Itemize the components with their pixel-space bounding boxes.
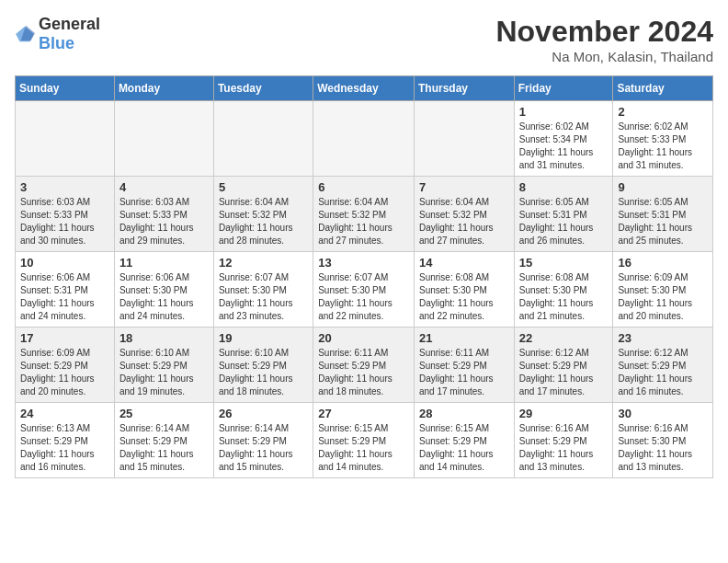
month-title: November 2024	[495, 15, 713, 49]
day-info: Sunrise: 6:08 AM Sunset: 5:30 PM Dayligh…	[519, 271, 609, 323]
logo-general: General	[39, 15, 100, 33]
day-number: 5	[219, 180, 308, 194]
day-info: Sunrise: 6:15 AM Sunset: 5:29 PM Dayligh…	[318, 422, 409, 474]
logo: General Blue	[15, 15, 100, 53]
calendar-cell: 16Sunrise: 6:09 AM Sunset: 5:30 PM Dayli…	[613, 252, 713, 327]
calendar-header-row: SundayMondayTuesdayWednesdayThursdayFrid…	[16, 76, 713, 101]
calendar-cell: 7Sunrise: 6:04 AM Sunset: 5:32 PM Daylig…	[414, 177, 514, 252]
day-info: Sunrise: 6:06 AM Sunset: 5:30 PM Dayligh…	[119, 271, 209, 323]
day-info: Sunrise: 6:15 AM Sunset: 5:29 PM Dayligh…	[419, 422, 509, 474]
day-number: 9	[618, 180, 708, 194]
day-info: Sunrise: 6:14 AM Sunset: 5:29 PM Dayligh…	[119, 422, 209, 474]
day-info: Sunrise: 6:04 AM Sunset: 5:32 PM Dayligh…	[219, 196, 308, 247]
calendar-cell: 9Sunrise: 6:05 AM Sunset: 5:31 PM Daylig…	[613, 177, 713, 252]
day-number: 12	[219, 256, 308, 270]
day-number: 24	[20, 407, 109, 420]
calendar-cell	[114, 101, 213, 177]
calendar-cell: 8Sunrise: 6:05 AM Sunset: 5:31 PM Daylig…	[514, 177, 613, 252]
day-number: 21	[419, 331, 509, 345]
day-number: 17	[20, 331, 109, 345]
day-number: 28	[419, 407, 509, 420]
day-info: Sunrise: 6:16 AM Sunset: 5:30 PM Dayligh…	[618, 422, 708, 474]
day-info: Sunrise: 6:02 AM Sunset: 5:34 PM Dayligh…	[519, 121, 609, 172]
day-info: Sunrise: 6:13 AM Sunset: 5:29 PM Dayligh…	[20, 422, 109, 474]
day-info: Sunrise: 6:05 AM Sunset: 5:31 PM Dayligh…	[519, 196, 609, 247]
day-info: Sunrise: 6:16 AM Sunset: 5:29 PM Dayligh…	[519, 422, 609, 474]
logo-icon	[15, 24, 35, 44]
calendar-cell: 24Sunrise: 6:13 AM Sunset: 5:29 PM Dayli…	[16, 403, 115, 478]
day-number: 7	[419, 180, 509, 194]
calendar-cell: 26Sunrise: 6:14 AM Sunset: 5:29 PM Dayli…	[213, 403, 313, 478]
day-info: Sunrise: 6:10 AM Sunset: 5:29 PM Dayligh…	[119, 347, 209, 398]
calendar-cell: 18Sunrise: 6:10 AM Sunset: 5:29 PM Dayli…	[114, 327, 213, 403]
calendar-week-row: 24Sunrise: 6:13 AM Sunset: 5:29 PM Dayli…	[16, 403, 713, 478]
calendar-cell	[16, 101, 115, 177]
title-block: November 2024 Na Mon, Kalasin, Thailand	[495, 15, 713, 64]
day-number: 11	[119, 256, 209, 270]
day-info: Sunrise: 6:14 AM Sunset: 5:29 PM Dayligh…	[219, 422, 308, 474]
calendar-cell: 20Sunrise: 6:11 AM Sunset: 5:29 PM Dayli…	[313, 327, 415, 403]
day-number: 27	[318, 407, 409, 420]
calendar-cell: 25Sunrise: 6:14 AM Sunset: 5:29 PM Dayli…	[114, 403, 213, 478]
day-number: 3	[20, 180, 109, 194]
day-info: Sunrise: 6:09 AM Sunset: 5:30 PM Dayligh…	[618, 271, 708, 323]
day-number: 30	[618, 407, 708, 420]
calendar-week-row: 3Sunrise: 6:03 AM Sunset: 5:33 PM Daylig…	[16, 177, 713, 252]
day-info: Sunrise: 6:11 AM Sunset: 5:29 PM Dayligh…	[419, 347, 509, 398]
day-info: Sunrise: 6:07 AM Sunset: 5:30 PM Dayligh…	[219, 271, 308, 323]
calendar-week-row: 17Sunrise: 6:09 AM Sunset: 5:29 PM Dayli…	[16, 327, 713, 403]
day-number: 29	[519, 407, 609, 420]
day-number: 6	[318, 180, 409, 194]
calendar-header-wednesday: Wednesday	[313, 76, 415, 101]
day-info: Sunrise: 6:03 AM Sunset: 5:33 PM Dayligh…	[119, 196, 209, 247]
calendar-cell	[313, 101, 415, 177]
day-info: Sunrise: 6:11 AM Sunset: 5:29 PM Dayligh…	[318, 347, 409, 398]
calendar-week-row: 10Sunrise: 6:06 AM Sunset: 5:31 PM Dayli…	[16, 252, 713, 327]
calendar-header-friday: Friday	[514, 76, 613, 101]
calendar-cell: 3Sunrise: 6:03 AM Sunset: 5:33 PM Daylig…	[16, 177, 115, 252]
location: Na Mon, Kalasin, Thailand	[495, 49, 713, 64]
day-number: 20	[318, 331, 409, 345]
day-info: Sunrise: 6:06 AM Sunset: 5:31 PM Dayligh…	[20, 271, 109, 323]
day-number: 23	[618, 331, 708, 345]
calendar-cell: 4Sunrise: 6:03 AM Sunset: 5:33 PM Daylig…	[114, 177, 213, 252]
day-number: 13	[318, 256, 409, 270]
day-number: 26	[219, 407, 308, 420]
calendar-cell	[213, 101, 313, 177]
day-number: 8	[519, 180, 609, 194]
day-number: 18	[119, 331, 209, 345]
day-info: Sunrise: 6:10 AM Sunset: 5:29 PM Dayligh…	[219, 347, 308, 398]
calendar-cell: 6Sunrise: 6:04 AM Sunset: 5:32 PM Daylig…	[313, 177, 415, 252]
day-number: 4	[119, 180, 209, 194]
calendar-cell: 14Sunrise: 6:08 AM Sunset: 5:30 PM Dayli…	[414, 252, 514, 327]
day-number: 10	[20, 256, 109, 270]
day-info: Sunrise: 6:09 AM Sunset: 5:29 PM Dayligh…	[20, 347, 109, 398]
calendar-cell: 21Sunrise: 6:11 AM Sunset: 5:29 PM Dayli…	[414, 327, 514, 403]
day-info: Sunrise: 6:08 AM Sunset: 5:30 PM Dayligh…	[419, 271, 509, 323]
calendar-table: SundayMondayTuesdayWednesdayThursdayFrid…	[15, 75, 713, 478]
day-info: Sunrise: 6:04 AM Sunset: 5:32 PM Dayligh…	[419, 196, 509, 247]
calendar-cell: 12Sunrise: 6:07 AM Sunset: 5:30 PM Dayli…	[213, 252, 313, 327]
logo-blue: Blue	[39, 34, 74, 52]
day-number: 14	[419, 256, 509, 270]
day-number: 1	[519, 105, 609, 119]
day-info: Sunrise: 6:05 AM Sunset: 5:31 PM Dayligh…	[618, 196, 708, 247]
calendar-cell: 29Sunrise: 6:16 AM Sunset: 5:29 PM Dayli…	[514, 403, 613, 478]
calendar-cell: 2Sunrise: 6:02 AM Sunset: 5:33 PM Daylig…	[613, 101, 713, 177]
calendar-cell: 17Sunrise: 6:09 AM Sunset: 5:29 PM Dayli…	[16, 327, 115, 403]
calendar-cell: 10Sunrise: 6:06 AM Sunset: 5:31 PM Dayli…	[16, 252, 115, 327]
calendar-week-row: 1Sunrise: 6:02 AM Sunset: 5:34 PM Daylig…	[16, 101, 713, 177]
calendar-cell: 22Sunrise: 6:12 AM Sunset: 5:29 PM Dayli…	[514, 327, 613, 403]
calendar-cell: 30Sunrise: 6:16 AM Sunset: 5:30 PM Dayli…	[613, 403, 713, 478]
calendar-header-saturday: Saturday	[613, 76, 713, 101]
calendar-cell	[414, 101, 514, 177]
calendar-header-monday: Monday	[114, 76, 213, 101]
page-header: General Blue November 2024 Na Mon, Kalas…	[15, 15, 713, 64]
day-info: Sunrise: 6:12 AM Sunset: 5:29 PM Dayligh…	[519, 347, 609, 398]
calendar-header-sunday: Sunday	[16, 76, 115, 101]
day-number: 22	[519, 331, 609, 345]
calendar-cell: 1Sunrise: 6:02 AM Sunset: 5:34 PM Daylig…	[514, 101, 613, 177]
calendar-header-thursday: Thursday	[414, 76, 514, 101]
day-info: Sunrise: 6:07 AM Sunset: 5:30 PM Dayligh…	[318, 271, 409, 323]
day-number: 25	[119, 407, 209, 420]
